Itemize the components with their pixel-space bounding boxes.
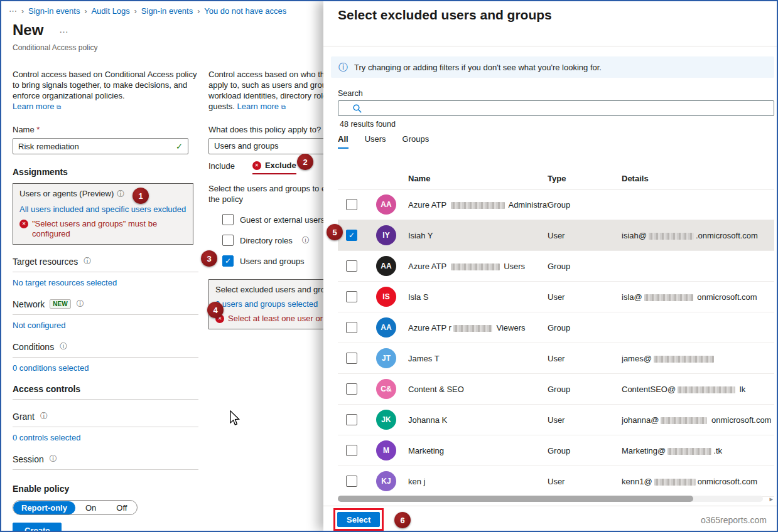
scrollbar-thumb[interactable] xyxy=(338,496,693,502)
annotation-badge-4: 4 xyxy=(207,302,224,318)
result-row-6[interactable]: JTJames TUserjames@ xyxy=(338,343,774,374)
redacted-text xyxy=(661,417,707,424)
tab-exclude[interactable]: ✕ Exclude xyxy=(252,161,296,174)
panel-footer: Select o365reports.com xyxy=(323,506,777,531)
annotation-badge-1: 1 xyxy=(132,188,149,204)
row-checkbox[interactable] xyxy=(346,445,357,456)
select-button[interactable]: Select xyxy=(337,512,380,527)
info-icon[interactable]: ⓘ xyxy=(40,411,48,422)
info-icon[interactable]: ⓘ xyxy=(117,189,124,198)
conditions-link[interactable]: 0 conditions selected xyxy=(13,363,89,373)
tab-groups[interactable]: Groups xyxy=(403,134,430,149)
breadcrumb-link-audit-logs-2[interactable]: Audit Logs xyxy=(91,6,129,16)
excluded-users-link[interactable]: 0 users and groups selected xyxy=(215,299,318,309)
row-checkbox[interactable] xyxy=(346,199,357,210)
redacted-text xyxy=(451,263,500,270)
row-checkbox[interactable] xyxy=(346,383,357,395)
result-row-9[interactable]: MMarketingGroupMarketing@.tk xyxy=(338,435,774,466)
panel-title: Select excluded users and groups xyxy=(338,8,552,23)
result-row-10[interactable]: KJken jUserkenn1@onmicrosoft.com xyxy=(338,466,774,497)
breadcrumb-link-sign-in-events-3[interactable]: Sign-in events xyxy=(141,6,193,16)
row-checkbox[interactable]: ✓ xyxy=(346,230,357,241)
users-assignment-card[interactable]: Users or agents (Preview)ⓘ All users inc… xyxy=(13,183,193,245)
result-name: Azure ATP Administrato xyxy=(408,200,548,210)
tab-users[interactable]: Users xyxy=(365,134,386,149)
conditions-section: Conditionsⓘ 0 conditions selected xyxy=(13,341,198,373)
annotation-badge-2: 2 xyxy=(297,154,313,170)
result-type: User xyxy=(548,292,622,302)
checkbox-directory-roles[interactable] xyxy=(222,235,234,246)
watermark-text: o365reports.com xyxy=(701,515,767,525)
toggle-option-off[interactable]: Off xyxy=(106,501,137,514)
avatar: AA xyxy=(376,194,396,215)
checkbox-guest-or-external-users[interactable] xyxy=(222,214,234,225)
breadcrumb-separator-icon: › xyxy=(84,7,87,16)
tab-include[interactable]: Include xyxy=(208,161,235,174)
breadcrumb-separator-icon: › xyxy=(134,7,137,16)
learn-more-link[interactable]: Learn more ⧉ xyxy=(13,102,61,111)
breadcrumb-separator-icon: › xyxy=(21,7,24,16)
result-row-4[interactable]: ISIsla SUserisla@ onmicrosoft.com xyxy=(338,282,774,312)
row-checkbox[interactable] xyxy=(346,291,357,302)
result-row-5[interactable]: AAAzure ATP r ViewersGroup xyxy=(338,312,774,343)
checkbox-users-and-groups[interactable]: ✓ xyxy=(222,255,234,267)
redacted-text xyxy=(678,386,735,393)
result-details: isiah@.onmicrosoft.com xyxy=(622,231,774,240)
panel-tabs: AllUsersGroups xyxy=(338,134,429,149)
redacted-text xyxy=(654,356,714,363)
result-row-3[interactable]: AAAzure ATP UsersGroup xyxy=(338,251,774,282)
result-row-7[interactable]: C&Content & SEOGroupContentSEO@ lk xyxy=(338,374,774,405)
toggle-option-report-only[interactable]: Report-only xyxy=(13,501,75,514)
result-row-8[interactable]: JKJohanna KUserjohanna@ onmicrosoft.com xyxy=(338,405,774,435)
row-checkbox[interactable] xyxy=(346,414,357,425)
new-badge: NEW xyxy=(50,299,70,309)
redacted-text xyxy=(451,202,505,209)
row-checkbox[interactable] xyxy=(346,353,357,364)
learn-more-link[interactable]: Learn more ⧉ xyxy=(237,102,286,111)
result-row-2[interactable]: ✓IYIsiah YUserisiah@.onmicrosoft.com xyxy=(338,220,774,251)
row-checkbox[interactable] xyxy=(346,476,357,487)
users-card-error: ✕ "Select users and groups" must be conf… xyxy=(19,219,186,239)
toggle-option-on[interactable]: On xyxy=(75,501,106,514)
info-icon[interactable]: ⓘ xyxy=(302,235,310,246)
network-link[interactable]: Not configured xyxy=(13,321,66,330)
row-checkbox[interactable] xyxy=(346,260,357,272)
scroll-right-arrow-icon[interactable]: ▸ xyxy=(769,495,773,503)
page-more-menu[interactable]: … xyxy=(59,24,70,35)
column-header-details: Details xyxy=(622,174,774,183)
exclude-error-icon: ✕ xyxy=(252,161,261,170)
result-details: kenn1@onmicrosoft.com xyxy=(622,477,774,486)
search-input[interactable] xyxy=(352,104,774,113)
network-label: NetworkNEWⓘ xyxy=(13,299,198,315)
info-icon[interactable]: ⓘ xyxy=(50,454,57,464)
info-icon[interactable]: ⓘ xyxy=(84,256,91,267)
result-name: Johanna K xyxy=(408,415,548,425)
grant-section: Grantⓘ 0 controls selected xyxy=(13,411,198,442)
row-checkbox[interactable] xyxy=(346,322,357,333)
required-asterisk: * xyxy=(36,125,40,134)
info-icon[interactable]: ⓘ xyxy=(77,299,84,309)
result-details: ContentSEO@ lk xyxy=(622,385,774,394)
name-input[interactable] xyxy=(18,142,176,151)
result-type: User xyxy=(548,477,622,486)
grant-link[interactable]: 0 controls selected xyxy=(13,433,80,442)
search-label: Search xyxy=(338,89,363,98)
horizontal-scrollbar[interactable] xyxy=(338,496,763,502)
result-type: Group xyxy=(548,200,622,210)
result-row-1[interactable]: AAAzure ATP AdministratoGroup xyxy=(338,189,774,220)
breadcrumb-link-sign-in-events-1[interactable]: Sign-in events xyxy=(28,6,80,16)
policy-apply-dropdown[interactable]: Users and groups xyxy=(208,138,334,154)
breadcrumb-overflow-button[interactable]: ⋯ xyxy=(9,6,17,16)
redacted-text xyxy=(667,448,711,455)
users-summary-link[interactable]: All users included and specific users ex… xyxy=(19,205,186,214)
annotation-badge-6: 6 xyxy=(394,512,411,528)
breadcrumb-link-you-do-not-have-acces-4[interactable]: You do not have acces xyxy=(204,6,286,16)
checkbox-label: Guest or external users xyxy=(240,215,325,225)
excluded-users-card[interactable]: Select excluded users and grou 0 users a… xyxy=(208,279,334,329)
target-resources-link[interactable]: No target resources selected xyxy=(13,278,117,287)
info-icon[interactable]: ⓘ xyxy=(60,341,67,352)
breadcrumb-separator-icon: › xyxy=(197,7,200,16)
tab-all[interactable]: All xyxy=(338,134,348,149)
avatar: IS xyxy=(376,287,396,307)
create-button[interactable]: Create xyxy=(13,523,62,532)
